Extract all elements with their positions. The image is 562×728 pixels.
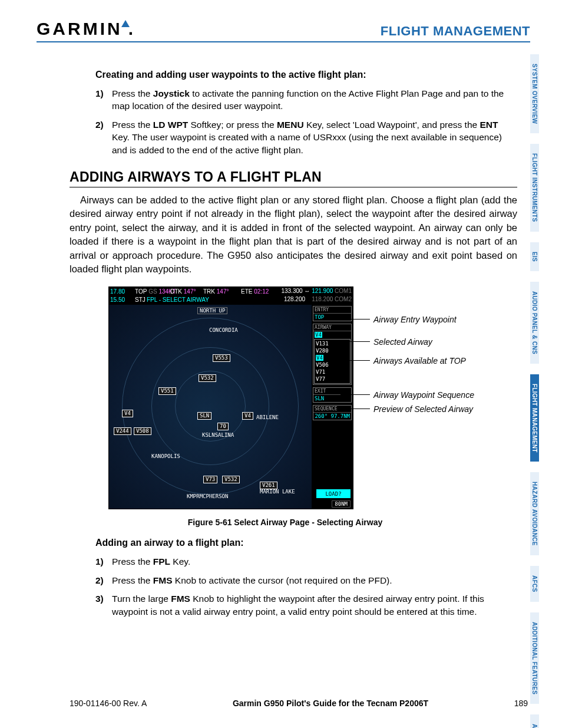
list-1: 1) Press the Joystick to activate the pa… — [95, 87, 517, 156]
subheading-1: Creating and adding user waypoints to th… — [95, 70, 517, 80]
airway-option[interactable]: V71 — [316, 368, 349, 375]
t: Key. The user waypoint is created with a… — [112, 132, 502, 154]
val: SLN — [313, 395, 351, 402]
list-item: 3)Turn the large FMS Knob to highlight t… — [95, 592, 517, 618]
t: Joystick — [153, 88, 190, 98]
list-item: 1) Press the Joystick to activate the pa… — [95, 87, 517, 113]
airway-label: V532 — [222, 476, 240, 483]
sequence-box: SEQUENCE 260° 97.7NM — [313, 405, 352, 420]
mfd-map: NORTH UP V553V532V551V4V244V508SLNV470V7… — [109, 305, 312, 509]
tab-eis[interactable]: EIS — [530, 242, 539, 271]
airway-label: SLN — [197, 412, 211, 420]
tab-afcs[interactable]: AFCS — [530, 566, 539, 601]
item-number: 1) — [95, 87, 104, 100]
item-number: 3) — [95, 592, 104, 605]
map-scale: 80NM — [332, 500, 351, 508]
figure-5-61: 17.80 TOP GS 134KT DTK 147° TRK 147° ETE… — [108, 286, 485, 527]
val: 260° 97.7NM — [313, 413, 351, 420]
page-number: 189 — [514, 699, 528, 708]
airway-label: V553 — [213, 354, 230, 362]
t: MENU — [277, 120, 304, 130]
figure-annotations: Airway Entry WaypointSelected AirwayAirw… — [353, 286, 485, 509]
airway-label: V4 — [242, 412, 253, 420]
item-number: 1) — [95, 555, 104, 568]
l: ETE — [241, 288, 252, 295]
airway-options[interactable]: V131V280V4V506V71V77 — [314, 339, 351, 384]
item-number: 2) — [95, 574, 104, 587]
t: Knob to activate the cursor (not require… — [173, 575, 392, 585]
leader-line — [340, 409, 370, 409]
airway-option[interactable]: V77 — [316, 375, 349, 383]
garmin-logo: GARMIN. — [37, 19, 135, 39]
page-content: Creating and adding user waypoints to th… — [70, 70, 517, 631]
leader-line — [340, 360, 370, 361]
t: Press the — [112, 120, 153, 130]
t: Key, select 'Load Waypoint', and press t… — [304, 120, 480, 130]
annotation-label: Airways Available at TOP — [373, 356, 466, 365]
page-header: GARMIN. FLIGHT MANAGEMENT — [37, 19, 530, 42]
place-label: KSLNSALINA — [202, 432, 234, 438]
figure-caption: Figure 5-61 Select Airway Page - Selecti… — [85, 518, 485, 527]
page-title: FPL - SELECT AIRWAY — [147, 296, 282, 304]
annotation-label: Airway Waypoint Sequence — [373, 390, 474, 400]
t: Key. — [170, 556, 190, 566]
t: Turn the large — [112, 594, 171, 604]
logo-dot: . — [128, 19, 135, 39]
list-2: 1)Press the FPL Key.2)Press the FMS Knob… — [95, 555, 517, 618]
airway-label: V532 — [199, 374, 216, 382]
mfd-display: 17.80 TOP GS 134KT DTK 147° TRK 147° ETE… — [108, 286, 353, 509]
page-footer: 190-01146-00 Rev. A Garmin G950 Pilot's … — [70, 699, 528, 708]
nav2: 15.50 — [110, 296, 125, 304]
l: COM1 — [335, 288, 352, 294]
l: GS — [148, 288, 157, 295]
l: STJ — [135, 296, 146, 304]
l: DTK — [170, 288, 182, 295]
tab-appendices[interactable]: APPENDICES — [530, 714, 539, 728]
place-label: KMPRMCPHERSON — [187, 493, 228, 499]
north-up-label: NORTH UP — [197, 307, 227, 314]
v: 133.300 — [281, 288, 302, 294]
tab-flight-management[interactable]: FLIGHT MANAGEMENT — [530, 374, 539, 462]
airway-label: 70 — [217, 423, 229, 430]
leader-line — [340, 394, 370, 395]
tab-flight-instruments[interactable]: FLIGHT INSTRUMENTS — [530, 144, 539, 232]
side-tabs: SYSTEM OVERVIEWFLIGHT INSTRUMENTSEISAUDI… — [530, 54, 551, 728]
airway-option[interactable]: V506 — [316, 361, 349, 368]
logo-text: GARMIN — [37, 19, 123, 39]
tab-audio-panel-cns[interactable]: AUDIO PANEL & CNS — [530, 282, 539, 364]
airway-option[interactable]: V280 — [316, 347, 349, 354]
list-item: 2)Press the FMS Knob to activate the cur… — [95, 574, 517, 587]
selected[interactable]: V4 — [315, 332, 322, 338]
doc-title: Garmin G950 Pilot's Guide for the Tecnam… — [233, 699, 428, 708]
annotation-label: Airway Entry Waypoint — [373, 315, 457, 324]
airway-label: V508 — [134, 427, 151, 435]
mfd-select-panel: ENTRY TOP AIRWAY V4 V131V280V4V506V71V77… — [312, 305, 353, 509]
v: 128.200 — [284, 296, 305, 302]
tab-hazard-avoidance[interactable]: HAZARD AVOIDANCE — [530, 472, 539, 555]
v: 02:12 — [254, 288, 269, 295]
airway-label: V244 — [114, 427, 131, 435]
leader-line — [340, 341, 370, 342]
doc-number: 190-01146-00 Rev. A — [70, 699, 147, 708]
airway-label: V551 — [158, 387, 176, 395]
tab-additional-features[interactable]: ADDITIONAL FEATURES — [530, 612, 539, 704]
t: Softkey; or press the — [188, 120, 277, 130]
paragraph-airways: Airways can be added to the active fligh… — [70, 193, 517, 276]
list-item: 2) Press the LD WPT Softkey; or press th… — [95, 118, 517, 156]
hdr: SEQUENCE — [313, 406, 351, 413]
item-number: 2) — [95, 118, 104, 131]
t: LD WPT — [153, 120, 188, 130]
l: COM2 — [335, 296, 352, 302]
v: 147° — [217, 288, 229, 295]
exit-box: EXIT SLN — [313, 387, 352, 403]
val: TOP — [313, 314, 351, 321]
section-title: FLIGHT MANAGEMENT — [381, 24, 530, 39]
place-label: KANOPOLIS — [151, 453, 180, 459]
airway-label: V4 — [122, 410, 133, 417]
airway-label: V73 — [203, 476, 217, 483]
load-button[interactable]: LOAD? — [316, 489, 351, 498]
t: FPL — [153, 556, 170, 566]
heading-airways: ADDING AIRWAYS TO A FLIGHT PLAN — [70, 169, 517, 187]
tab-system-overview[interactable]: SYSTEM OVERVIEW — [530, 54, 539, 133]
v: 118.200 — [312, 296, 333, 302]
